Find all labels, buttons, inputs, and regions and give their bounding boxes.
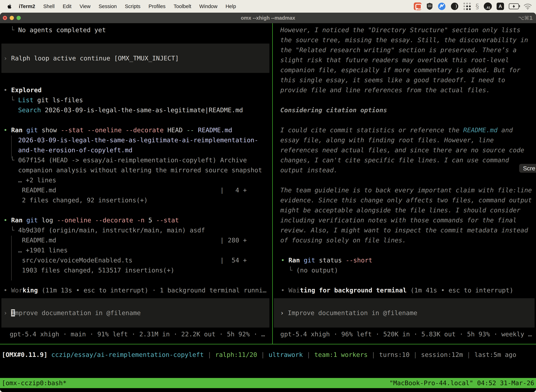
right-pane[interactable]: However, I noticed the "Directory Struct… — [273, 23, 536, 344]
text-segment: However, I noticed the "Directory Struct… — [280, 26, 520, 33]
menu-help[interactable]: Help — [221, 4, 240, 9]
terminal-line: The team guideline is to back every impo… — [273, 185, 536, 195]
text-segment: README.md — [198, 126, 232, 134]
terminal-line: 2026-03-09-is-legal-the-same-as-legitima… — [0, 135, 272, 145]
menu-scripts[interactable]: Scripts — [121, 4, 144, 9]
terminal-line: Search 2026-03-09-is-legal-the-same-as-l… — [0, 105, 272, 115]
text-segment: mprove documentation in @filename — [15, 309, 141, 317]
prompt-input-box[interactable]: › Ralph loop active continue [OMX_TMUX_I… — [1, 44, 269, 73]
menu-iterm2[interactable]: iTerm2 — [15, 4, 39, 9]
tmux-host-time: "MacBook-Pro-44.local" 04:52 31-Mar-26 — [389, 378, 534, 388]
terminal-line: this single essay, it seems like a good … — [273, 75, 536, 85]
terminal-line: essay file, along with finding root file… — [273, 135, 536, 145]
claude-crescent-icon[interactable] — [450, 2, 459, 10]
blank-line — [0, 115, 272, 125]
terminal-line: … +2 lines — [0, 175, 272, 185]
text-segment: Explored — [11, 86, 42, 93]
text-segment: List — [18, 96, 34, 104]
text-segment: (1m 41s • esc to interrupt) — [407, 287, 513, 294]
menu-edit[interactable]: Edit — [58, 4, 76, 9]
text-segment: git ls-files — [34, 96, 83, 104]
text-segment: [OMX#0.11.9] — [2, 351, 51, 358]
text-segment: output instead. — [280, 167, 337, 174]
menu-profiles[interactable]: Profiles — [144, 4, 170, 9]
s-curve-icon[interactable]: § — [475, 2, 479, 10]
terminal-line: └ (no output) — [273, 265, 536, 275]
text-segment: 2 files changed, 92 insertions(+) — [18, 196, 148, 204]
badge-61-icon[interactable]: ..61 — [484, 2, 492, 10]
horizontal-divider — [0, 344, 536, 344]
text-segment: evidence. Since this change only affects… — [280, 196, 532, 204]
text-segment — [23, 126, 26, 134]
terminal[interactable]: └ No agents completed yet› Ralph loop ac… — [0, 23, 536, 392]
text-segment: git — [304, 257, 315, 264]
shield-grid-icon[interactable] — [426, 2, 433, 10]
text-segment: session:12m — [421, 351, 463, 358]
text-segment: review. Also, I might want to inspect th… — [280, 227, 528, 234]
text-segment: and — [498, 126, 513, 134]
text-segment: | — [257, 351, 268, 358]
menu-toolbelt[interactable]: Toolbelt — [170, 4, 195, 9]
text-segment: 067f154 (HEAD -> essay/ai-reimplementati… — [18, 156, 247, 164]
chat-bubble-icon[interactable] — [414, 2, 421, 10]
input-source-a-icon[interactable]: A — [497, 3, 504, 10]
text-segment: • — [281, 287, 288, 294]
terminal-line: └ No agents completed yet — [0, 25, 272, 35]
window-title: omx --xhigh --madmax — [0, 15, 536, 21]
text-segment: ultrawork — [268, 351, 303, 358]
text-segment: • — [4, 86, 11, 93]
menu-shell[interactable]: Shell — [39, 4, 59, 9]
blank-line — [273, 245, 536, 255]
text-segment: └ — [10, 96, 18, 104]
text-segment — [23, 217, 26, 224]
text-segment: I — [11, 309, 15, 317]
dots-grid-icon[interactable] — [463, 3, 471, 10]
terminal-line: • Explored — [0, 85, 272, 95]
tmux-session-label: [omx-cczip0:bash* — [2, 378, 67, 388]
battery-charging-icon[interactable] — [509, 3, 519, 9]
blank-line — [273, 115, 536, 125]
text-segment: the "Related research writing" section i… — [280, 46, 517, 54]
text-segment: … +1901 lines — [18, 247, 68, 254]
prompt-input-box[interactable]: › Improve documentation in @filename — [274, 298, 535, 327]
wifi-icon[interactable] — [524, 3, 532, 9]
prompt-input-box[interactable]: › Improve documentation in @filename — [1, 298, 269, 327]
terminal-line: and-the-erosion-of-copyleft.md — [0, 145, 272, 155]
text-segment: cczip/essay/ai-reimplementation-copyleft — [51, 351, 204, 358]
terminal-line: • Ran git show --stat --oneline --decora… — [0, 125, 272, 135]
terminal-line: • Ran git log --oneline --decorate -n 5 … — [0, 215, 272, 225]
terminal-line: However, I noticed the "Directory Struct… — [273, 25, 536, 35]
text-segment: gpt-5.4 xhigh · 96% left · 520K in · 5.8… — [280, 331, 532, 338]
text-segment: | — [368, 351, 379, 358]
left-pane[interactable]: └ No agents completed yet› Ralph loop ac… — [0, 23, 272, 344]
text-segment: companion file, especially if more comme… — [280, 66, 520, 74]
text-segment: turns:10 — [379, 351, 410, 358]
text-segment: 1903 files changed, 513517 insertions(+) — [18, 267, 174, 274]
zigzag-blue-icon[interactable] — [438, 2, 446, 10]
text-segment: • — [281, 257, 288, 264]
text-segment: Ran — [11, 217, 23, 224]
terminal-line: slight risk that future readers may over… — [273, 55, 536, 65]
text-segment: (11m 13s • esc to interrupt) · 1 backgro… — [38, 287, 266, 294]
text-segment: | — [463, 351, 474, 358]
text-segment: Improve documentation in @filename — [288, 309, 417, 317]
window-titlebar[interactable]: omx --xhigh --madmax ⌥⌘1 — [0, 13, 536, 23]
text-segment: log — [38, 217, 57, 224]
text-segment: 5 — [144, 217, 156, 224]
blank-line — [0, 275, 272, 285]
text-segment: -- — [187, 126, 194, 134]
text-segment: Search — [18, 107, 41, 114]
text-segment: (no output) — [296, 267, 338, 274]
menu-session[interactable]: Session — [95, 4, 121, 9]
terminal-line: review. Also, I might want to inspect th… — [273, 225, 536, 235]
tmux-status-bar: [omx-cczip0:bash* "MacBook-Pro-44.local"… — [0, 378, 536, 388]
menu-bar: iTerm2 Shell Edit View Session Scripts P… — [0, 0, 536, 13]
terminal-line: └ 067f154 (HEAD -> essay/ai-reimplementa… — [0, 155, 272, 165]
text-segment: slight risk that future readers may over… — [280, 56, 509, 64]
menu-view[interactable]: View — [76, 4, 94, 9]
text-segment: Ran — [11, 126, 23, 134]
text-segment: companion analysis without altering the … — [18, 167, 262, 174]
terminal-line: evidence. Since this change only affects… — [273, 195, 536, 205]
apple-menu-icon[interactable] — [7, 3, 12, 9]
menu-window[interactable]: Window — [195, 4, 221, 9]
